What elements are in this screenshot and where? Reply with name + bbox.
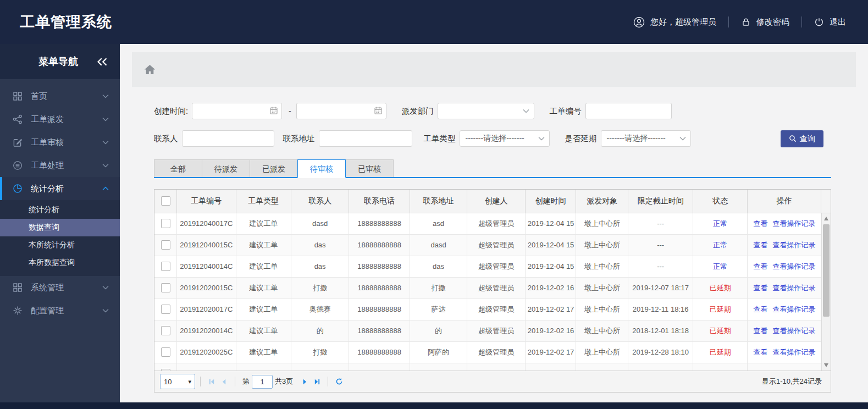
column-header[interactable]: 联系人: [291, 190, 349, 213]
is-delayed-label: 是否延期: [565, 134, 597, 144]
view-link[interactable]: 查看: [753, 327, 767, 335]
order-no-input[interactable]: [585, 103, 672, 119]
tab-2[interactable]: 已派发: [250, 159, 298, 177]
cell-order_no: 201912040015C: [177, 234, 236, 256]
row-checkbox-cell: [154, 277, 177, 299]
change-password-link[interactable]: 修改密码: [741, 17, 789, 27]
sidebar-subitem[interactable]: 本所数据查询: [0, 254, 120, 272]
view-link[interactable]: 查看: [753, 262, 767, 270]
cell-value: 墩上中心所: [584, 219, 620, 228]
home-icon[interactable]: [144, 64, 156, 75]
status-badge: 已延期: [710, 284, 731, 292]
cell-type: [236, 363, 291, 371]
cell-type: 建议工单: [236, 341, 291, 363]
sidebar-item[interactable]: 配置管理: [0, 299, 120, 322]
row-checkbox[interactable]: [161, 240, 170, 250]
search-button[interactable]: 查询: [781, 130, 823, 147]
view-log-link[interactable]: 查看操作记录: [772, 262, 815, 270]
column-header[interactable]: 创建人: [467, 190, 525, 213]
row-checkbox[interactable]: [161, 262, 170, 271]
cell-contact: das: [291, 234, 349, 256]
logout-link[interactable]: 退出: [814, 17, 846, 27]
cell-created: 2019-12-04 15: [525, 234, 576, 256]
column-header[interactable]: 创建时间: [525, 190, 576, 213]
cell-value: 建议工单: [249, 241, 278, 249]
sidebar-subitem[interactable]: 本所统计分析: [0, 236, 120, 254]
column-header[interactable]: 联系电话: [349, 190, 410, 213]
view-log-link[interactable]: 查看操作记录: [772, 327, 815, 335]
column-header[interactable]: 联系地址: [410, 190, 467, 213]
tab-3[interactable]: 待审核: [297, 159, 346, 178]
cell-value: 2019-12-07 18:17: [632, 284, 689, 292]
sidebar-item[interactable]: 工单派发: [0, 108, 120, 131]
cell-creator: 超级管理员: [467, 277, 525, 299]
cell-creator: 超级管理员: [467, 256, 525, 277]
scrollbar-thumb[interactable]: [823, 224, 830, 317]
user-menu[interactable]: 您好，超级管理员: [633, 16, 716, 28]
select-all-checkbox[interactable]: [161, 196, 170, 206]
row-checkbox[interactable]: [161, 305, 170, 314]
refresh-button[interactable]: [333, 375, 345, 388]
view-link[interactable]: 查看: [753, 219, 767, 228]
create-time-end-input[interactable]: [296, 103, 386, 119]
column-header[interactable]: 派发对象: [576, 190, 628, 213]
column-header[interactable]: 状态: [693, 190, 747, 213]
sidebar: 菜单导航 首页工单派发工单审核工单处理统计分析统计分析数据查询本所统计分析本所数…: [0, 44, 120, 402]
contact-input[interactable]: [182, 130, 274, 147]
row-checkbox[interactable]: [161, 347, 170, 357]
cell-value: 2019-12-28 18:10: [632, 348, 689, 356]
sidebar-collapse-button[interactable]: [97, 58, 120, 66]
sidebar-item[interactable]: 工单审核: [0, 131, 120, 154]
is-delayed-select[interactable]: -------请选择-------: [601, 130, 691, 147]
sidebar-item[interactable]: 首页: [0, 85, 120, 108]
page-number-input[interactable]: [252, 375, 273, 389]
row-checkbox[interactable]: [161, 219, 170, 228]
chevron-down-icon: [523, 109, 529, 113]
view-link[interactable]: 查看: [753, 284, 767, 292]
contact-address-input[interactable]: [319, 130, 412, 147]
view-log-link[interactable]: 查看操作记录: [772, 284, 815, 292]
sidebar-item[interactable]: 统计分析: [0, 177, 120, 200]
scroll-up-arrow[interactable]: [824, 217, 828, 220]
order-type-select[interactable]: -------请选择-------: [460, 130, 550, 147]
scroll-down-arrow[interactable]: [824, 363, 828, 367]
view-log-link[interactable]: 查看操作记录: [772, 348, 815, 356]
tab-4[interactable]: 已审核: [345, 159, 394, 177]
dispatch-dept-select[interactable]: [438, 103, 534, 119]
column-header[interactable]: 操作: [748, 190, 821, 213]
row-checkbox[interactable]: [161, 369, 170, 371]
page-size-select[interactable]: 10 ▾: [160, 374, 195, 389]
view-link[interactable]: 查看: [753, 241, 767, 249]
tab-0[interactable]: 全部: [154, 159, 202, 177]
row-checkbox[interactable]: [161, 326, 170, 335]
cell-value: 超级管理员: [478, 327, 514, 335]
next-page-button[interactable]: [298, 375, 311, 388]
first-page-button[interactable]: [206, 375, 218, 388]
sidebar-item[interactable]: 工单处理: [0, 154, 120, 177]
view-link[interactable]: 查看: [753, 305, 767, 313]
tab-1[interactable]: 待派发: [202, 159, 250, 177]
table-scrollbar[interactable]: [821, 213, 831, 371]
chevron-down-icon: [102, 117, 109, 121]
cell-value: das: [433, 262, 444, 270]
cell-order_no: 201912020025C: [177, 341, 236, 363]
column-header[interactable]: 限定截止时间: [628, 190, 693, 213]
sidebar-subitem[interactable]: 统计分析: [0, 201, 120, 219]
create-time-start-input[interactable]: [192, 103, 282, 119]
cell-value: 墩上中心所: [584, 241, 620, 249]
view-log-link[interactable]: 查看操作记录: [772, 241, 815, 249]
view-link[interactable]: 查看: [753, 348, 767, 356]
view-log-link[interactable]: 查看操作记录: [772, 219, 815, 228]
last-page-button[interactable]: [311, 375, 323, 388]
column-header[interactable]: 工单编号: [177, 190, 236, 213]
calendar-icon[interactable]: [269, 106, 278, 115]
view-log-link[interactable]: 查看操作记录: [772, 305, 815, 313]
contact-field: [182, 130, 274, 147]
calendar-icon[interactable]: [374, 106, 383, 115]
column-header[interactable]: 工单类型: [236, 190, 291, 213]
sidebar-item[interactable]: 系统管理: [0, 276, 120, 299]
row-checkbox[interactable]: [161, 283, 170, 292]
prev-page-button[interactable]: [218, 375, 230, 388]
cell-order_no: 201912040014C: [177, 256, 236, 277]
sidebar-subitem[interactable]: 数据查询: [0, 219, 120, 236]
